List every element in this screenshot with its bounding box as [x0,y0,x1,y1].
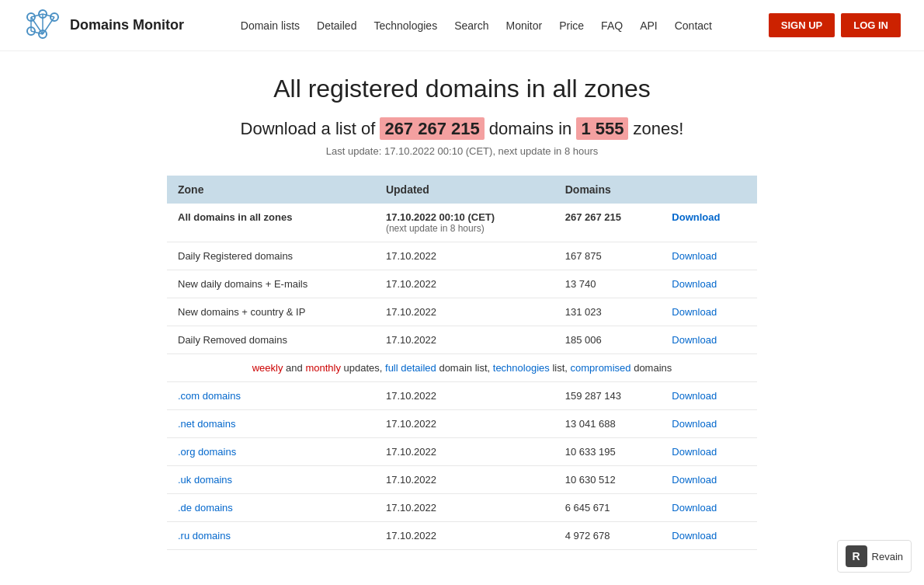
page-title: All registered domains in all zones [167,75,757,103]
cell-zone: New domains + country & IP [167,298,375,326]
table-header-row: Zone Updated Domains [167,176,757,204]
nav-faq[interactable]: FAQ [601,19,623,32]
cell-updated: 17.10.2022 [375,466,554,494]
cell-action[interactable]: Download [661,270,757,298]
table-row: New daily domains + E-mails17.10.202213 … [167,270,757,298]
cell-updated: 17.10.2022 00:10 (CET)(next update in 8 … [375,204,554,242]
col-domains: Domains [554,176,662,204]
header: Domains Monitor Domain lists Detailed Te… [0,0,924,51]
cell-zone: New daily domains + E-mails [167,270,375,298]
cell-updated: 17.10.2022 [375,326,554,354]
table-row: All domains in all zones17.10.2022 00:10… [167,204,757,242]
cell-zone: Daily Removed domains [167,326,375,354]
main-nav: Domain lists Detailed Technologies Searc… [241,19,712,32]
subtitle-middle: domains in [489,119,577,138]
nav-technologies[interactable]: Technologies [373,19,437,32]
zone-link[interactable]: .org domains [178,446,236,458]
cell-action[interactable]: Download [661,242,757,270]
cell-domains: 131 023 [554,298,662,326]
technologies-link[interactable]: technologies [493,362,550,374]
revain-badge: R Revain [837,540,912,566]
download-link[interactable]: Download [672,390,717,402]
total-domains-highlight: 267 267 215 [380,117,484,140]
full-detailed-link[interactable]: full detailed [385,362,436,374]
main-content: All registered domains in all zones Down… [151,51,773,566]
revain-icon: R [846,545,867,566]
cell-action[interactable]: Download [661,326,757,354]
cell-action[interactable]: Download [661,438,757,466]
compromised-link[interactable]: compromised [571,362,631,374]
nav-detailed[interactable]: Detailed [317,19,356,32]
cell-updated: 17.10.2022 [375,270,554,298]
cell-domains: 267 267 215 [554,204,662,242]
subtitle-prefix: Download a list of [241,119,376,138]
nav-search[interactable]: Search [454,19,488,32]
table-row: Daily Registered domains17.10.2022167 87… [167,242,757,270]
download-link[interactable]: Download [672,530,717,541]
cell-zone: .com domains [167,382,375,410]
cell-zone: .net domains [167,410,375,438]
download-link[interactable]: Download [672,306,717,318]
total-zones-highlight: 1 555 [576,117,628,140]
cell-action[interactable]: Download [661,298,757,326]
updates-row: weekly and monthly updates, full detaile… [167,354,757,382]
nav-contact[interactable]: Contact [675,19,712,32]
table-row: New domains + country & IP17.10.2022131 … [167,298,757,326]
nav-monitor[interactable]: Monitor [506,19,543,32]
zone-link[interactable]: .uk domains [178,474,232,486]
cell-zone: .org domains [167,438,375,466]
updates-cell: weekly and monthly updates, full detaile… [167,354,757,382]
zone-link[interactable]: .net domains [178,418,235,430]
cell-zone: .uk domains [167,466,375,494]
download-link[interactable]: Download [672,250,717,262]
cell-updated: 17.10.2022 [375,438,554,466]
logo-text: Domains Monitor [70,17,184,33]
cell-domains: 159 287 143 [554,382,662,410]
table-row: .net domains17.10.202213 041 688Download [167,410,757,438]
cell-updated: 17.10.2022 [375,494,554,522]
cell-action[interactable]: Download [661,522,757,550]
zone-link[interactable]: .ru domains [178,530,231,541]
header-buttons: SIGN UP LOG IN [769,13,901,37]
cell-updated: 17.10.2022 [375,242,554,270]
download-link[interactable]: Download [672,334,717,346]
login-button[interactable]: LOG IN [841,13,901,37]
col-zone: Zone [167,176,375,204]
nav-price[interactable]: Price [559,19,584,32]
logo-icon [23,9,62,41]
download-link[interactable]: Download [672,474,717,486]
cell-updated: 17.10.2022 [375,382,554,410]
cell-updated: 17.10.2022 [375,298,554,326]
nav-api[interactable]: API [640,19,658,32]
download-link[interactable]: Download [672,278,717,290]
zone-link[interactable]: .com domains [178,390,241,402]
cell-action[interactable]: Download [661,494,757,522]
cell-action[interactable]: Download [661,382,757,410]
cell-action[interactable]: Download [661,466,757,494]
cell-domains: 13 041 688 [554,410,662,438]
monthly-link[interactable]: monthly [305,362,341,374]
download-link[interactable]: Download [672,446,717,458]
nav-domain-lists[interactable]: Domain lists [241,19,300,32]
last-update: Last update: 17.10.2022 00:10 (CET), nex… [167,145,757,157]
cell-updated: 17.10.2022 [375,522,554,550]
weekly-link[interactable]: weekly [252,362,283,374]
table-row: .com domains17.10.2022159 287 143Downloa… [167,382,757,410]
signup-button[interactable]: SIGN UP [769,13,835,37]
cell-action[interactable]: Download [661,204,757,242]
download-link[interactable]: Download [672,502,717,514]
cell-updated: 17.10.2022 [375,410,554,438]
cell-domains: 10 630 512 [554,466,662,494]
cell-domains: 10 633 195 [554,438,662,466]
cell-zone: .ru domains [167,522,375,550]
revain-label: Revain [872,551,903,562]
logo-area: Domains Monitor [23,9,184,41]
download-link[interactable]: Download [672,418,717,430]
col-action [661,176,757,204]
zone-link[interactable]: .de domains [178,502,233,514]
cell-action[interactable]: Download [661,410,757,438]
cell-zone: .de domains [167,494,375,522]
cell-zone: Daily Registered domains [167,242,375,270]
table-row: .uk domains17.10.202210 630 512Download [167,466,757,494]
download-link[interactable]: Download [672,211,720,223]
